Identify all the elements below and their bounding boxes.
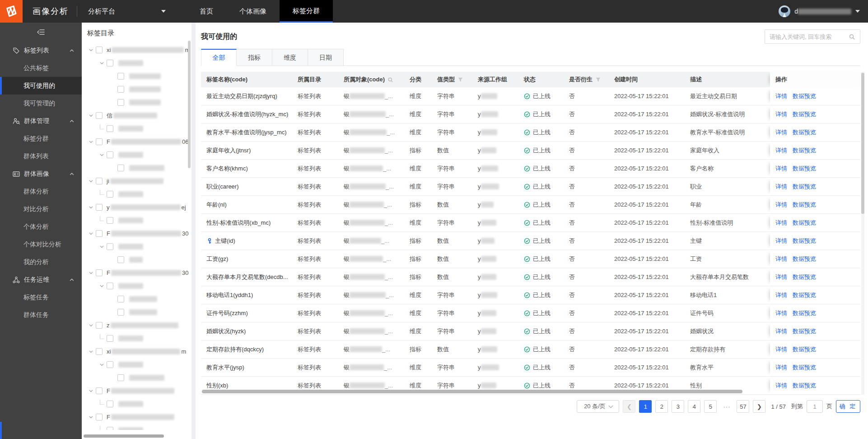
- tree-checkbox[interactable]: [117, 86, 124, 93]
- detail-link[interactable]: 详情: [775, 183, 787, 191]
- tree-node[interactable]: xim: [87, 43, 191, 57]
- sidebar-group-header[interactable]: 任务运维: [0, 271, 82, 288]
- tree-horizontal-scrollbar[interactable]: [84, 434, 164, 438]
- tab[interactable]: 指标: [237, 49, 272, 66]
- tree-node[interactable]: 信: [87, 109, 191, 122]
- detail-link[interactable]: 详情: [775, 201, 787, 209]
- detail-link[interactable]: 详情: [775, 92, 787, 100]
- tree-expand-icon[interactable]: [89, 139, 93, 144]
- page-number-button[interactable]: ···: [720, 400, 733, 413]
- user-chevron-down-icon[interactable]: [855, 10, 860, 13]
- data-preview-link[interactable]: 数据预览: [793, 146, 816, 155]
- tree-checkbox[interactable]: [107, 217, 113, 224]
- data-preview-link[interactable]: 数据预览: [793, 382, 816, 390]
- table-row[interactable]: 移动电话1(yddh1) 标签列表 银_... 维度 字符串 y 已上线 否 2…: [201, 286, 860, 304]
- detail-link[interactable]: 详情: [775, 219, 787, 227]
- tree-node[interactable]: [87, 253, 191, 266]
- tree-node[interactable]: [87, 293, 191, 306]
- detail-link[interactable]: 详情: [775, 345, 787, 354]
- tree-expand-icon[interactable]: [99, 61, 104, 66]
- tree-checkbox[interactable]: [96, 204, 103, 211]
- table-row[interactable]: 大额存单本月交易笔数(decdb... 标签列表 银_... 指标 数值 y 已…: [201, 268, 860, 286]
- search-icon[interactable]: [387, 77, 393, 83]
- tree-checkbox[interactable]: [117, 296, 124, 302]
- tree-checkbox[interactable]: [96, 387, 103, 394]
- table-row[interactable]: 家庭年收入(jtnsr) 标签列表 银_... 指标 数值 y 已上线 否 20…: [201, 142, 860, 160]
- tree-checkbox[interactable]: [117, 309, 124, 316]
- sidebar-item[interactable]: 标签任务: [0, 288, 82, 306]
- data-preview-link[interactable]: 数据预览: [793, 291, 816, 299]
- search-icon[interactable]: [849, 33, 855, 40]
- table-column-header[interactable]: 描述: [685, 72, 770, 87]
- data-preview-link[interactable]: 数据预览: [793, 128, 816, 137]
- tree-node[interactable]: [87, 240, 191, 253]
- tree-expand-icon[interactable]: [89, 323, 93, 328]
- tree-checkbox[interactable]: [107, 427, 113, 430]
- tree-expand-icon[interactable]: [99, 362, 104, 367]
- detail-link[interactable]: 详情: [775, 128, 787, 137]
- table-row[interactable]: 职业(career) 标签列表 银_... 维度 字符串 y 已上线 否 202…: [201, 178, 860, 196]
- detail-link[interactable]: 详情: [775, 237, 787, 245]
- tree-node[interactable]: [87, 122, 191, 135]
- tree-checkbox[interactable]: [107, 243, 113, 250]
- tree-node[interactable]: [87, 279, 191, 293]
- sidebar-group-header[interactable]: 标签列表: [0, 42, 82, 59]
- confirm-button[interactable]: 确 定: [836, 400, 860, 413]
- data-preview-link[interactable]: 数据预览: [793, 165, 816, 173]
- prev-page-button[interactable]: ❮: [623, 400, 635, 413]
- detail-link[interactable]: 详情: [775, 110, 787, 118]
- detail-link[interactable]: 详情: [775, 146, 787, 155]
- tree-checkbox[interactable]: [107, 335, 113, 342]
- tree-vertical-scrollbar[interactable]: [188, 41, 191, 168]
- tree-checkbox[interactable]: [96, 348, 103, 355]
- data-preview-link[interactable]: 数据预览: [793, 309, 816, 317]
- table-row[interactable]: 证件号码(zzhm) 标签列表 银_... 维度 字符串 y 已上线 否 202…: [201, 304, 860, 322]
- table-row[interactable]: 婚姻状况-标准值说明(hyzk_mc) 标签列表 银_... 维度 字符串 y …: [201, 105, 860, 123]
- tree-node[interactable]: yej: [87, 201, 191, 214]
- page-number-button[interactable]: 3: [672, 400, 684, 413]
- tree-node[interactable]: xim: [87, 345, 191, 358]
- sidebar-collapse-button[interactable]: [0, 23, 82, 42]
- detail-link[interactable]: 详情: [775, 309, 787, 317]
- page-number-button[interactable]: 57: [737, 400, 749, 413]
- tree-checkbox[interactable]: [96, 112, 103, 119]
- tree-checkbox[interactable]: [117, 256, 124, 263]
- tab[interactable]: 全部: [201, 49, 237, 66]
- tree-node[interactable]: [87, 371, 191, 384]
- top-nav-item[interactable]: 首页: [187, 0, 226, 23]
- sidebar-item[interactable]: 我的分析: [0, 253, 82, 271]
- tree-checkbox[interactable]: [96, 269, 103, 276]
- table-horizontal-scrollbar[interactable]: [202, 390, 742, 393]
- tree-checkbox[interactable]: [117, 73, 124, 80]
- data-preview-link[interactable]: 数据预览: [793, 183, 816, 191]
- tree-expand-icon[interactable]: [99, 283, 104, 288]
- tree-expand-icon[interactable]: [89, 231, 93, 236]
- table-row[interactable]: 工资(gz) 标签列表 银_... 指标 数值 y 已上线 否 2022-05-…: [201, 250, 860, 268]
- tree-checkbox[interactable]: [107, 283, 113, 289]
- tree-node[interactable]: F30: [87, 266, 191, 279]
- table-column-header[interactable]: 创建时间: [609, 72, 685, 87]
- data-preview-link[interactable]: 数据预览: [793, 327, 816, 335]
- tree-node[interactable]: [87, 424, 191, 430]
- tree-expand-icon[interactable]: [89, 270, 93, 275]
- tree-checkbox[interactable]: [107, 191, 113, 198]
- page-size-select[interactable]: 20 条/页: [577, 400, 619, 413]
- tree-checkbox[interactable]: [96, 414, 103, 420]
- data-preview-link[interactable]: 数据预览: [793, 110, 816, 118]
- tree-node[interactable]: [87, 358, 191, 371]
- sidebar-item[interactable]: 群体任务: [0, 306, 82, 324]
- detail-link[interactable]: 详情: [775, 363, 787, 372]
- sidebar-group-header[interactable]: 群体管理: [0, 112, 82, 130]
- tree-expand-icon[interactable]: [89, 113, 93, 118]
- tree-node[interactable]: [87, 332, 191, 345]
- tree-checkbox[interactable]: [117, 99, 124, 106]
- data-preview-link[interactable]: 数据预览: [793, 255, 816, 263]
- data-preview-link[interactable]: 数据预览: [793, 237, 816, 245]
- tree-checkbox[interactable]: [107, 60, 113, 66]
- table-column-header[interactable]: 所属目录: [292, 72, 338, 87]
- tree-node[interactable]: [87, 96, 191, 109]
- data-preview-link[interactable]: 数据预览: [793, 363, 816, 372]
- table-column-header[interactable]: 是否衍生: [564, 72, 609, 87]
- sidebar-item[interactable]: 标签分群: [0, 130, 82, 147]
- tree-expand-icon[interactable]: [99, 152, 104, 157]
